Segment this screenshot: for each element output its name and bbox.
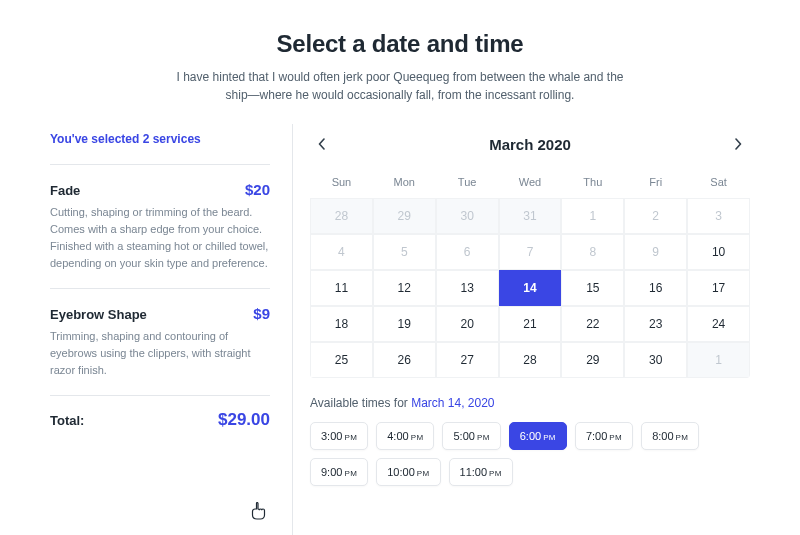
prev-month-button[interactable] — [310, 132, 334, 156]
calendar-day[interactable]: 20 — [436, 306, 499, 342]
day-of-week-label: Thu — [561, 170, 624, 198]
calendar-day[interactable]: 15 — [561, 270, 624, 306]
calendar-day[interactable]: 10 — [687, 234, 750, 270]
calendar-day[interactable]: 29 — [561, 342, 624, 378]
calendar-day[interactable]: 8 — [561, 234, 624, 270]
calendar-day[interactable]: 28 — [499, 342, 562, 378]
service-description: Trimming, shaping and contouring of eyeb… — [50, 328, 270, 379]
service-price: $9 — [253, 305, 270, 322]
calendar-day[interactable]: 5 — [373, 234, 436, 270]
day-of-week-label: Mon — [373, 170, 436, 198]
calendar-day[interactable]: 16 — [624, 270, 687, 306]
available-date: March 14, 2020 — [411, 396, 494, 410]
calendar-day[interactable]: 18 — [310, 306, 373, 342]
calendar-grid: SunMonTueWedThuFriSat2829303112345678910… — [310, 170, 750, 378]
total-label: Total: — [50, 413, 84, 428]
calendar-day[interactable]: 17 — [687, 270, 750, 306]
calendar-day[interactable]: 19 — [373, 306, 436, 342]
summary-sidebar: You've selected 2 services Fade $20 Cutt… — [50, 132, 270, 486]
time-slot[interactable]: 7:00 PM — [575, 422, 633, 450]
calendar-day[interactable]: 3 — [687, 198, 750, 234]
available-times-label: Available times for March 14, 2020 — [310, 396, 750, 410]
time-slot[interactable]: 10:00 PM — [376, 458, 440, 486]
page-title: Select a date and time — [50, 30, 750, 58]
day-of-week-label: Sun — [310, 170, 373, 198]
selected-services-count: You've selected 2 services — [50, 132, 270, 165]
calendar-day[interactable]: 21 — [499, 306, 562, 342]
day-of-week-label: Wed — [499, 170, 562, 198]
calendar-day[interactable]: 7 — [499, 234, 562, 270]
time-slot[interactable]: 4:00 PM — [376, 422, 434, 450]
calendar-day[interactable]: 14 — [499, 270, 562, 306]
total-value: $29.00 — [218, 410, 270, 430]
calendar-day[interactable]: 30 — [436, 198, 499, 234]
calendar-day[interactable]: 4 — [310, 234, 373, 270]
next-month-button[interactable] — [726, 132, 750, 156]
time-slot[interactable]: 6:00 PM — [509, 422, 567, 450]
calendar-day[interactable]: 11 — [310, 270, 373, 306]
day-of-week-label: Sat — [687, 170, 750, 198]
service-name: Eyebrow Shape — [50, 307, 147, 322]
time-slot[interactable]: 5:00 PM — [442, 422, 500, 450]
calendar-day[interactable]: 1 — [561, 198, 624, 234]
time-slot[interactable]: 3:00 PM — [310, 422, 368, 450]
calendar-day[interactable]: 23 — [624, 306, 687, 342]
calendar-day[interactable]: 13 — [436, 270, 499, 306]
time-slot[interactable]: 8:00 PM — [641, 422, 699, 450]
chevron-right-icon — [734, 138, 742, 150]
calendar-day[interactable]: 26 — [373, 342, 436, 378]
calendar-day[interactable]: 31 — [499, 198, 562, 234]
calendar-day[interactable]: 9 — [624, 234, 687, 270]
service-item: Eyebrow Shape $9 Trimming, shaping and c… — [50, 289, 270, 396]
calendar-day[interactable]: 30 — [624, 342, 687, 378]
calendar-day[interactable]: 12 — [373, 270, 436, 306]
service-price: $20 — [245, 181, 270, 198]
time-slot[interactable]: 11:00 PM — [449, 458, 513, 486]
calendar-day[interactable]: 6 — [436, 234, 499, 270]
calendar-day[interactable]: 2 — [624, 198, 687, 234]
day-of-week-label: Fri — [624, 170, 687, 198]
calendar-day[interactable]: 1 — [687, 342, 750, 378]
calendar-day[interactable]: 22 — [561, 306, 624, 342]
day-of-week-label: Tue — [436, 170, 499, 198]
calendar-panel: March 2020 SunMonTueWedThuFriSat28293031… — [310, 132, 750, 486]
cursor-icon — [251, 502, 267, 524]
time-slots: 3:00 PM4:00 PM5:00 PM6:00 PM7:00 PM8:00 … — [310, 422, 750, 486]
service-name: Fade — [50, 183, 80, 198]
service-item: Fade $20 Cutting, shaping or trimming of… — [50, 165, 270, 289]
calendar-day[interactable]: 29 — [373, 198, 436, 234]
calendar-day[interactable]: 24 — [687, 306, 750, 342]
calendar-day[interactable]: 25 — [310, 342, 373, 378]
calendar-day[interactable]: 28 — [310, 198, 373, 234]
chevron-left-icon — [318, 138, 326, 150]
time-slot[interactable]: 9:00 PM — [310, 458, 368, 486]
page-subtitle: I have hinted that I would often jerk po… — [170, 68, 630, 104]
month-label: March 2020 — [489, 136, 571, 153]
calendar-day[interactable]: 27 — [436, 342, 499, 378]
service-description: Cutting, shaping or trimming of the bear… — [50, 204, 270, 272]
available-prefix: Available times for — [310, 396, 411, 410]
